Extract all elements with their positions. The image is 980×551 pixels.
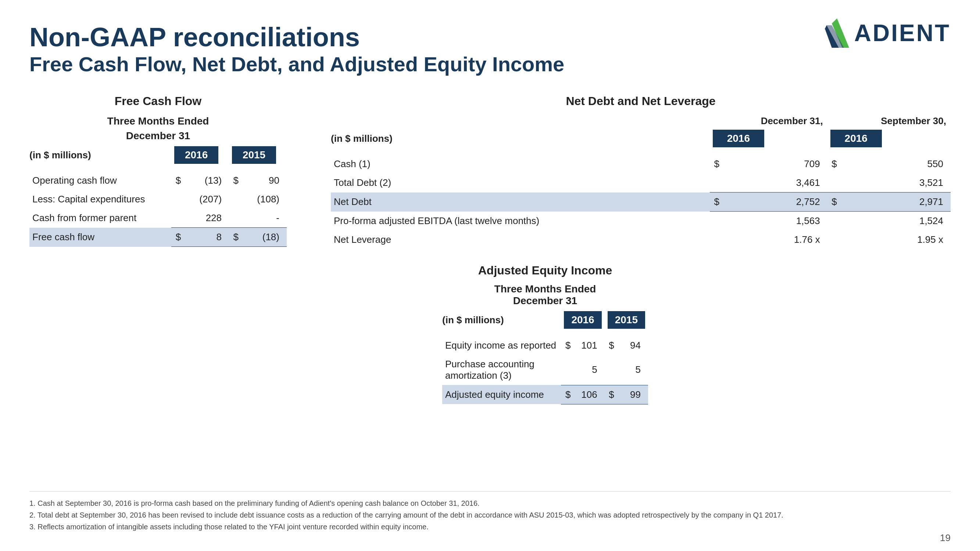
ae-val1: 106 bbox=[572, 385, 605, 404]
nd-dollar1 bbox=[710, 230, 721, 249]
fcf-col-2016: 2016 bbox=[174, 146, 218, 164]
fcf-val1: 8 bbox=[182, 228, 229, 247]
nd-col-label: (in $ millions) bbox=[331, 128, 710, 149]
nd-dollar1: $ bbox=[710, 155, 721, 173]
fcf-row-label: Cash from former parent bbox=[29, 209, 171, 228]
nd-row-label: Cash (1) bbox=[331, 155, 710, 173]
fcf-dollar1: $ bbox=[171, 228, 182, 247]
fcf-val2: - bbox=[240, 209, 287, 228]
ae-header-months: Three Months Ended bbox=[442, 283, 648, 295]
page-number: 19 bbox=[940, 532, 951, 544]
footnote-1: 1. Cash at September 30, 2016 is pro-for… bbox=[29, 497, 951, 509]
nd-dollar1 bbox=[710, 173, 721, 192]
nd-val1: 3,461 bbox=[721, 173, 827, 192]
net-debt-section: Net Debt and Net Leverage December 31, S… bbox=[331, 94, 951, 249]
fcf-header-dec: December 31 bbox=[29, 129, 287, 145]
fcf-table: Three Months Ended December 31 (in $ mil… bbox=[29, 114, 287, 247]
nd-dollar2: $ bbox=[827, 192, 838, 211]
ae-row-label: Adjusted equity income bbox=[442, 385, 561, 404]
ae-sub-header2: December 31 bbox=[442, 295, 648, 310]
nd-val1: 2,752 bbox=[721, 192, 827, 211]
fcf-sub-header: Three Months Ended bbox=[29, 114, 287, 129]
ae-table: Three Months Ended December 31 (in $ mil… bbox=[442, 283, 648, 405]
fcf-sub-header2: December 31 bbox=[29, 129, 287, 145]
fcf-val2: (18) bbox=[240, 228, 287, 247]
nd-dollar2 bbox=[827, 211, 838, 231]
nd-val2: 3,521 bbox=[838, 173, 951, 192]
fcf-col-label: (in $ millions) bbox=[29, 145, 171, 165]
fcf-val2: 90 bbox=[240, 171, 287, 190]
fcf-row-0: Operating cash flow $ (13) $ 90 bbox=[29, 171, 287, 190]
nd-row-label: Net Leverage bbox=[331, 230, 710, 249]
title-main: Non-GAAP reconciliations bbox=[29, 22, 951, 52]
ae-col-2016: 2016 bbox=[564, 311, 601, 329]
fcf-col-headers: (in $ millions) 2016 2015 bbox=[29, 145, 287, 165]
nd-val2: 550 bbox=[838, 155, 951, 173]
nd-row-label: Pro-forma adjusted EBITDA (last twelve m… bbox=[331, 211, 710, 231]
ae-col-2015: 2015 bbox=[608, 311, 645, 329]
ae-val1: 5 bbox=[572, 355, 605, 385]
fcf-dollar1 bbox=[171, 190, 182, 209]
header: Non-GAAP reconciliations Free Cash Flow,… bbox=[29, 22, 951, 76]
nd-row-1: Total Debt (2) 3,461 3,521 bbox=[331, 173, 951, 192]
free-cash-flow-section: Free Cash Flow Three Months Ended Decemb… bbox=[29, 94, 287, 249]
fcf-col-2015: 2015 bbox=[232, 146, 276, 164]
page: ADIENT Non-GAAP reconciliations Free Cas… bbox=[0, 0, 980, 551]
title-sub: Free Cash Flow, Net Debt, and Adjusted E… bbox=[29, 52, 951, 76]
nd-col-2016b: 2016 bbox=[830, 130, 882, 147]
nd-dollar2 bbox=[827, 230, 838, 249]
fcf-dollar2 bbox=[229, 190, 240, 209]
fcf-row-label: Free cash flow bbox=[29, 228, 171, 247]
fcf-dollar2: $ bbox=[229, 228, 240, 247]
nd-row-4: Net Leverage 1.76 x 1.95 x bbox=[331, 230, 951, 249]
footnote-3: 3. Reflects amortization of intangible a… bbox=[29, 521, 951, 533]
fcf-row-1: Less: Capital expenditures (207) (108) bbox=[29, 190, 287, 209]
ae-row-2: Adjusted equity income $ 106 $ 99 bbox=[442, 385, 648, 404]
nd-col-2016a: 2016 bbox=[713, 130, 764, 147]
fcf-row-label: Operating cash flow bbox=[29, 171, 171, 190]
nd-title: Net Debt and Net Leverage bbox=[331, 94, 951, 108]
nd-val1: 1.76 x bbox=[721, 230, 827, 249]
fcf-val1: (13) bbox=[182, 171, 229, 190]
footnotes: 1. Cash at September 30, 2016 is pro-for… bbox=[29, 491, 951, 533]
nd-dollar2: $ bbox=[827, 155, 838, 173]
nd-row-0: Cash (1) $ 709 $ 550 bbox=[331, 155, 951, 173]
content-area: Free Cash Flow Three Months Ended Decemb… bbox=[29, 94, 951, 249]
ae-val2: 99 bbox=[616, 385, 648, 404]
nd-val2: 2,971 bbox=[838, 192, 951, 211]
ae-val2: 5 bbox=[616, 355, 648, 385]
ae-dollar2: $ bbox=[605, 336, 616, 355]
fcf-title: Free Cash Flow bbox=[29, 94, 287, 108]
ae-header-dec: December 31 bbox=[442, 295, 648, 310]
fcf-dollar2: $ bbox=[229, 171, 240, 190]
nd-row-3: Pro-forma adjusted EBITDA (last twelve m… bbox=[331, 211, 951, 231]
nd-col-dec: December 31, bbox=[710, 114, 827, 128]
nd-col-sep: September 30, bbox=[827, 114, 951, 128]
logo-area: ADIENT bbox=[824, 18, 951, 48]
nd-row-label: Net Debt bbox=[331, 192, 710, 211]
ae-dollar2 bbox=[605, 355, 616, 385]
adient-logo-chevron bbox=[824, 18, 850, 48]
fcf-row-2: Cash from former parent 228 - bbox=[29, 209, 287, 228]
nd-val1: 1,563 bbox=[721, 211, 827, 231]
ae-row-1: Purchase accounting amortization (3) 5 5 bbox=[442, 355, 648, 385]
nd-row-2: Net Debt $ 2,752 $ 2,971 bbox=[331, 192, 951, 211]
adj-equity-section: Adjusted Equity Income Three Months Ende… bbox=[140, 264, 951, 405]
nd-dollar2 bbox=[827, 173, 838, 192]
logo-text: ADIENT bbox=[854, 19, 951, 47]
fcf-val2: (108) bbox=[240, 190, 287, 209]
ae-dollar1: $ bbox=[561, 385, 572, 404]
nd-col-header-dates: December 31, September 30, bbox=[331, 114, 951, 128]
ae-title: Adjusted Equity Income bbox=[140, 264, 951, 277]
nd-col-headers: (in $ millions) 2016 2016 bbox=[331, 128, 951, 149]
ae-row-label: Equity income as reported bbox=[442, 336, 561, 355]
ae-col-label: (in $ millions) bbox=[442, 310, 561, 330]
nd-val2: 1,524 bbox=[838, 211, 951, 231]
nd-val1: 709 bbox=[721, 155, 827, 173]
ae-row-0: Equity income as reported $ 101 $ 94 bbox=[442, 336, 648, 355]
fcf-dollar2 bbox=[229, 209, 240, 228]
nd-dollar1: $ bbox=[710, 192, 721, 211]
nd-table: December 31, September 30, (in $ million… bbox=[331, 114, 951, 249]
fcf-dollar1: $ bbox=[171, 171, 182, 190]
nd-val2: 1.95 x bbox=[838, 230, 951, 249]
